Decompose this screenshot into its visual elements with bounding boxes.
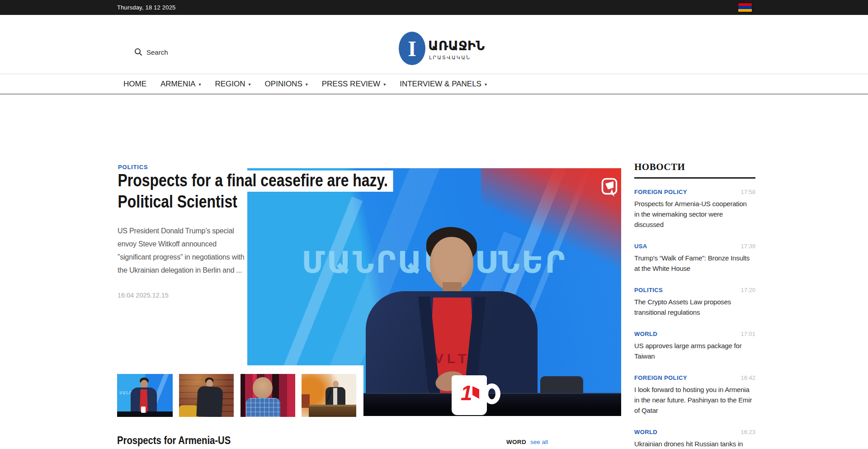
video-thumbnail-red-studio[interactable]	[241, 374, 295, 417]
chevron-down-icon: ▾	[249, 81, 251, 87]
mug-logo: 1	[461, 381, 472, 405]
nav-label: OPINIONS	[265, 80, 302, 89]
search-button[interactable]: Search	[134, 48, 168, 56]
sidebar-category-link[interactable]: WORLD	[634, 429, 657, 435]
sidebar-item-meta: WORLD 16:23	[634, 429, 755, 435]
headline-text: Political Scientist	[117, 192, 243, 213]
search-label: Search	[146, 48, 168, 56]
branded-mug: 1	[452, 375, 487, 415]
sidebar-item-meta: WORLD 17:01	[634, 331, 755, 337]
news-sidebar: НОВОСТИ FOREIGN POLICY 17:58 Prospects f…	[634, 161, 755, 449]
news-homepage: Thursday, 18 12 2025 Search I ԱՌԱՋԻՆ ԼՐԱ…	[0, 0, 868, 449]
featured-category-link[interactable]: POLITICS	[118, 164, 148, 170]
headline-line: Prospects for a final ceasefire are hazy…	[117, 170, 393, 192]
armenia-flag-icon[interactable]	[738, 3, 752, 12]
word-section-label: WORD	[506, 439, 526, 445]
featured-headline[interactable]: Prospects for a final ceasefire are hazy…	[117, 170, 393, 213]
nav-item-region[interactable]: REGION ▾	[215, 80, 251, 89]
headline-line: Political Scientist	[117, 192, 393, 213]
nav-items: HOME ARMENIA ▾ REGION ▾ OPINIONS ▾ PRESS…	[123, 74, 487, 94]
sidebar-item-time: 16:42	[741, 374, 755, 381]
sidebar-news-item: USA 17:39 Trump's “Walk of Fame”: Bronze…	[634, 243, 755, 274]
logo-title[interactable]: ԱՌԱՋԻՆ	[428, 38, 485, 53]
thumb-mug	[141, 406, 146, 413]
main-navigation: HOME ARMENIA ▾ REGION ▾ OPINIONS ▾ PRESS…	[0, 74, 868, 95]
see-all-link[interactable]: see all	[530, 439, 548, 445]
top-bar: Thursday, 18 12 2025	[0, 0, 868, 15]
search-icon	[134, 48, 142, 56]
channel-watermark-icon	[601, 178, 618, 198]
nav-label: PRESS REVIEW	[322, 80, 380, 89]
thumb-figure	[253, 377, 273, 399]
sidebar-news-item: WORLD 16:23 Ukrainian drones hit Russian…	[634, 429, 755, 449]
sidebar-news-item: WORLD 17:01 US approves large arms packa…	[634, 331, 755, 361]
sidebar-category-link[interactable]: WORLD	[634, 331, 657, 337]
site-logo[interactable]: I	[399, 32, 425, 65]
mug-logo-flag	[472, 386, 479, 399]
nav-item-home[interactable]: HOME	[123, 80, 146, 89]
sidebar-item-time: 17:39	[741, 243, 755, 250]
chevron-down-icon: ▾	[306, 81, 308, 87]
nav-item-armenia[interactable]: ARMENIA ▾	[160, 80, 201, 89]
featured-excerpt: US President Donald Trump’s special envo…	[118, 224, 245, 277]
sidebar-list: FOREIGN POLICY 17:58 Prospects for Armen…	[634, 189, 755, 449]
logo-letter: I	[408, 36, 416, 61]
next-article-title[interactable]: Prospects for Armenia-US	[117, 435, 231, 447]
flag-stripe-orange	[738, 9, 752, 12]
sidebar-item-meta: FOREIGN POLICY 17:58	[634, 189, 755, 195]
sidebar-item-title[interactable]: Ukrainian drones hit Russian tanks in Ro…	[634, 439, 753, 449]
sidebar-item-title[interactable]: US approves large arms package for Taiwa…	[634, 340, 753, 361]
thumb-couch	[179, 405, 198, 417]
logo-subtitle: ԼՐԱՏՎԱԿԱՆ	[429, 55, 471, 61]
sidebar-category-link[interactable]: FOREIGN POLICY	[634, 189, 687, 195]
sidebar-category-link[interactable]: FOREIGN POLICY	[634, 374, 687, 381]
video-thumbnail-studio[interactable]: ՄԱՆՐԱՄԱՍՆԵՐ	[117, 374, 173, 417]
chevron-down-icon: ▾	[383, 81, 386, 87]
nav-label: ARMENIA	[160, 80, 195, 89]
nav-item-opinions[interactable]: OPINIONS ▾	[265, 80, 308, 89]
thumb-figure	[196, 386, 223, 417]
sidebar-item-time: 17:58	[741, 189, 755, 195]
thumb-figure	[246, 398, 280, 417]
sidebar-title: НОВОСТИ	[634, 161, 755, 173]
sidebar-item-meta: FOREIGN POLICY 16:42	[634, 374, 755, 381]
sidebar-news-item: POLITICS 17:20 The Crypto Assets Law pro…	[634, 287, 755, 317]
sidebar-rule	[634, 177, 755, 179]
current-date: Thursday, 18 12 2025	[117, 4, 176, 11]
nav-item-interview-panels[interactable]: INTERVIEW & PANELS ▾	[400, 80, 487, 89]
nav-item-press-review[interactable]: PRESS REVIEW ▾	[322, 80, 386, 89]
sidebar-item-meta: POLITICS 17:20	[634, 287, 755, 293]
sidebar-item-title[interactable]: I look forward to hosting you in Armenia…	[634, 384, 753, 416]
chevron-down-icon: ▾	[485, 81, 487, 87]
sidebar-item-time: 16:23	[741, 429, 755, 435]
video-thumbnail-brick-interview[interactable]	[179, 374, 234, 417]
sidebar-item-title[interactable]: Prospects for Armenia-US cooperation in …	[634, 199, 753, 230]
sidebar-category-link[interactable]: POLITICS	[634, 287, 663, 293]
nav-label: INTERVIEW & PANELS	[400, 80, 481, 89]
nav-label: REGION	[215, 80, 245, 89]
chevron-down-icon: ▾	[198, 81, 201, 87]
sidebar-news-item: FOREIGN POLICY 17:58 Prospects for Armen…	[634, 189, 755, 230]
sidebar-news-item: FOREIGN POLICY 16:42 I look forward to h…	[634, 374, 755, 416]
sidebar-item-time: 17:01	[741, 331, 755, 337]
sidebar-category-link[interactable]: USA	[634, 243, 647, 250]
sidebar-item-title[interactable]: Trump's “Walk of Fame”: Bronze Insults a…	[634, 253, 753, 274]
video-thumbnail-podium[interactable]	[302, 374, 356, 417]
sidebar-item-title[interactable]: The Crypto Assets Law proposes transitio…	[634, 297, 753, 317]
nav-label: HOME	[123, 80, 146, 89]
thumb-podium	[309, 405, 356, 417]
sidebar-item-meta: USA 17:39	[634, 243, 755, 250]
sidebar-item-time: 17:20	[741, 287, 755, 293]
featured-timestamp: 16:04 2025.12.15	[118, 292, 169, 299]
thumb-figure	[333, 388, 337, 406]
headline-text: Prospects for a final ceasefire are hazy…	[117, 170, 393, 192]
